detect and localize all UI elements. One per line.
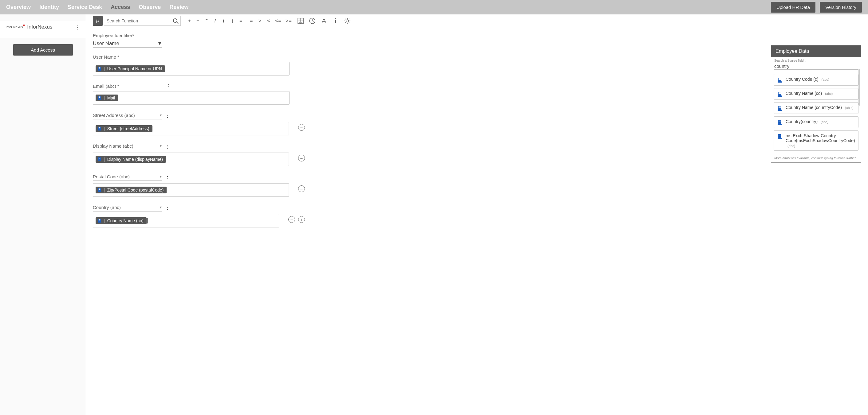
source-icon (97, 96, 102, 100)
svg-text:−: − (301, 19, 303, 21)
field-block-4: Postal Code (abc)▼:|Zip/Postal Code (pos… (93, 173, 305, 197)
operator->[interactable]: > (256, 18, 264, 24)
source-field-item-0[interactable]: Country Code (c) (abc) (774, 74, 859, 85)
main-content: fx +−*/()=!=><<=>= +−×= Employee Identif… (86, 14, 868, 415)
field-select-2[interactable]: Street Address (abc)▼ (93, 111, 162, 119)
source-field-name: Country Name (countryCode) (ab c) (786, 105, 854, 110)
clock-icon[interactable] (307, 16, 317, 26)
remove-field-button[interactable]: − (298, 124, 305, 131)
chevron-down-icon: ▼ (159, 113, 162, 117)
field-value-box-4[interactable]: |Zip/Postal Code (postalCode) (93, 183, 289, 197)
source-field-item-4[interactable]: ms-Exch-Shadow-Country-Code(msExchShadow… (774, 131, 859, 151)
source-field-item-1[interactable]: Country Name (co) (abc) (774, 88, 859, 100)
chip-text: User Principal Name or UPN (107, 66, 162, 71)
source-field-type: (abc) (825, 92, 833, 96)
field-chip[interactable]: |Country Name (co) (96, 217, 147, 224)
operator->=[interactable]: >= (283, 18, 294, 24)
field-chip[interactable]: |Zip/Postal Code (postalCode) (96, 186, 166, 194)
operator-!=[interactable]: != (245, 18, 256, 24)
source-icon (777, 106, 782, 111)
add-access-button[interactable]: Add Access (13, 44, 73, 56)
search-icon[interactable] (173, 18, 179, 24)
top-nav: OverviewIdentityService DeskAccessObserv… (0, 0, 868, 14)
operator-*[interactable]: * (202, 18, 211, 24)
field-select-4[interactable]: Postal Code (abc)▼ (93, 173, 162, 181)
field-label: Email (abc) * (93, 83, 119, 89)
source-field-name: Country(country) (abc) (786, 119, 828, 124)
version-history-button[interactable]: Version History (820, 2, 862, 12)
field-chip[interactable]: |Mail (96, 95, 118, 101)
svg-line-25 (345, 19, 346, 19)
operator-/[interactable]: / (211, 18, 219, 24)
field-select-5[interactable]: Country (abc)▼ (93, 204, 162, 211)
nav-service-desk[interactable]: Service Desk (68, 4, 102, 10)
svg-line-28 (349, 19, 349, 19)
remove-field-button[interactable]: − (298, 185, 305, 192)
panel-search-input[interactable] (774, 63, 858, 70)
source-field-type: (abc) (787, 144, 795, 148)
field-chip[interactable]: |User Principal Name or UPN (96, 65, 165, 72)
svg-text:×: × (299, 22, 300, 23)
add-field-button[interactable]: + (298, 216, 305, 223)
app-logo: Infor Nexus (5, 25, 23, 29)
kebab-menu-icon[interactable]: ⋮ (75, 24, 80, 30)
chip-text: Country Name (co) (107, 218, 144, 223)
source-field-name: Country Code (c) (abc) (786, 77, 829, 82)
operator-([interactable]: ( (219, 18, 228, 24)
app-name: InforNexus (27, 24, 52, 30)
panel-scrollbar[interactable] (859, 69, 860, 106)
colon: : (166, 174, 168, 181)
source-field-item-2[interactable]: Country Name (countryCode) (ab c) (774, 102, 859, 114)
colon: : (166, 113, 168, 119)
field-label: Country (abc) (93, 205, 121, 210)
field-value-box-0[interactable]: |User Principal Name or UPN (93, 62, 289, 75)
remove-field-button[interactable]: − (298, 155, 305, 162)
field-value-box-2[interactable]: |Street (streetAddress) (93, 122, 289, 135)
employee-identifier-select[interactable]: User Name ▼ (93, 40, 162, 47)
source-icon (97, 157, 102, 162)
info-icon[interactable] (331, 16, 341, 26)
colon: : (166, 205, 168, 211)
field-value-box-3[interactable]: |Display Name (displayName) (93, 152, 289, 166)
field-label: Street Address (abc) (93, 113, 135, 118)
nav-review[interactable]: Review (169, 4, 188, 10)
sidebar: Infor Nexus InforNexus ⋮ Add Access (0, 14, 86, 415)
grid-icon[interactable]: +−×= (296, 16, 306, 26)
nav-observe[interactable]: Observe (138, 4, 161, 10)
chevron-down-icon: ▼ (157, 40, 162, 47)
source-field-item-3[interactable]: Country(country) (abc) (774, 116, 859, 128)
chevron-down-icon: ▼ (159, 206, 162, 209)
operator-=[interactable]: = (237, 18, 245, 24)
function-search[interactable] (104, 16, 181, 26)
field-select-3[interactable]: Display Name (abc)▼ (93, 142, 162, 150)
chip-text: Display Name (displayName) (107, 157, 163, 162)
function-search-input[interactable] (107, 19, 178, 23)
remove-field-button[interactable]: − (288, 216, 295, 223)
employee-identifier-value: User Name (93, 40, 119, 47)
panel-search-label: Search a Source field... (774, 59, 858, 62)
field-label: User Name * (93, 54, 119, 60)
source-field-type: (abc) (821, 78, 829, 81)
nav-identity[interactable]: Identity (39, 4, 59, 10)
field-chip[interactable]: |Display Name (displayName) (96, 156, 166, 163)
source-icon (97, 188, 102, 192)
field-value-box-1[interactable]: |Mail (93, 91, 289, 105)
source-field-type: (abc) (821, 120, 828, 124)
nav-overview[interactable]: Overview (6, 4, 31, 10)
field-chip[interactable]: |Street (streetAddress) (96, 125, 152, 132)
text-style-icon[interactable] (319, 16, 329, 26)
operator-<=[interactable]: <= (273, 18, 283, 24)
nav-access[interactable]: Access (111, 4, 130, 10)
source-icon (777, 92, 782, 97)
operator-<[interactable]: < (264, 18, 273, 24)
employee-data-panel: Employee Data Search a Source field... C… (771, 45, 861, 163)
operator-)[interactable]: ) (228, 18, 237, 24)
source-field-name: Country Name (co) (abc) (786, 91, 833, 96)
operator-+[interactable]: + (185, 18, 194, 24)
upload-hr-data-button[interactable]: Upload HR Data (771, 2, 815, 12)
svg-line-14 (312, 21, 313, 22)
field-block-3: Display Name (abc)▼:|Display Name (displ… (93, 142, 305, 166)
field-value-box-5[interactable]: |Country Name (co) (93, 214, 279, 228)
settings-icon[interactable] (342, 16, 352, 26)
operator-−[interactable]: − (194, 18, 202, 24)
